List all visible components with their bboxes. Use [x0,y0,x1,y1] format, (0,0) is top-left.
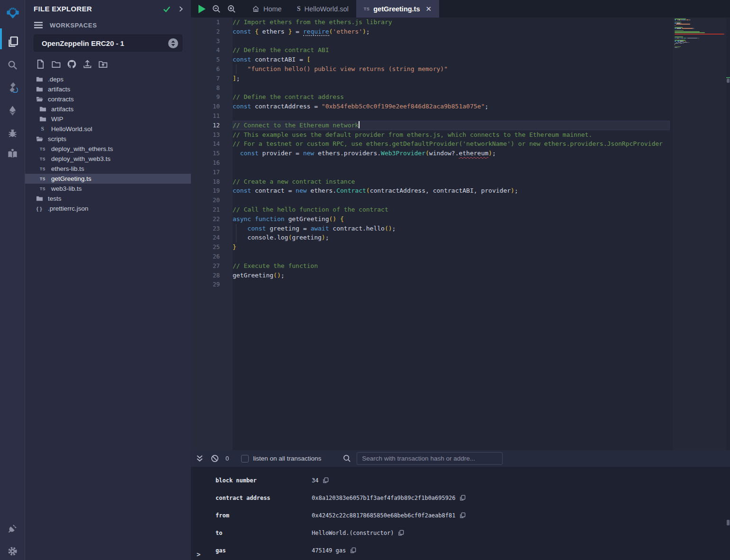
listen-transactions-label: listen on all transactions [253,455,321,462]
code-line-29 [233,280,670,289]
detail-label: contract address [216,495,312,501]
terminal-search-input[interactable] [357,452,503,465]
editor-tab-bar: HomeSHelloWorld.solTSgetGreeting.ts✕ [191,0,730,18]
detail-label: to [216,530,312,536]
file-tree-item-ethers-lib-ts[interactable]: TSethers-lib.ts [25,164,191,174]
code-editor[interactable]: // Import ethers from the ethers.js libr… [233,18,670,450]
cursor-position-marker [726,77,730,78]
remix-logo-icon[interactable] [0,2,25,23]
ts-file-icon: TS [38,187,47,191]
solidity-compiler-icon[interactable] [0,77,25,98]
workspace-selected-value: OpenZeppelin ERC20 - 1 [42,39,168,47]
code-line-5: const contractABI = [ [233,55,670,64]
terminal-scrollbar-thumb[interactable] [727,520,730,525]
code-line-12: // Connect to the Ethereum network [233,121,670,130]
file-tree-item-deploy-with-ethers-ts[interactable]: TSdeploy_with_ethers.ts [25,144,191,154]
tab-helloworld-sol[interactable]: SHelloWorld.sol [289,0,356,18]
workspace-caret-icon [168,38,178,48]
workspaces-label: WORKSPACES [50,22,97,29]
search-icon[interactable] [0,54,25,75]
chevron-right-icon[interactable] [178,6,184,12]
editor-actions [191,0,244,18]
deploy-run-icon[interactable] [0,100,25,121]
debugger-icon[interactable] [0,122,25,143]
close-tab-icon[interactable]: ✕ [426,5,432,13]
line-number: 28 [191,271,233,280]
terminal-prompt[interactable]: > [197,551,200,558]
code-line-25: } [233,242,670,252]
code-line-3 [233,36,670,46]
editor-overview-ruler [726,18,730,450]
line-number: 27 [191,261,233,271]
file-tree-item-artifacts[interactable]: artifacts [25,84,191,94]
plugin-manager-icon[interactable] [0,518,25,539]
file-tree-item-getgreeting-ts[interactable]: TSgetGreeting.ts [25,174,191,184]
workspaces-menu-icon[interactable] [34,21,43,29]
run-script-button[interactable] [198,5,206,13]
copy-icon[interactable] [323,477,329,483]
minimap-line [675,47,679,48]
file-tree-item-contracts[interactable]: contracts [25,94,191,104]
file-tree-item-scripts[interactable]: scripts [25,134,191,144]
line-number: 11 [191,111,233,121]
file-explorer-panel: FILE EXPLORER WORKSPACES OpenZeppelin ER… [25,0,191,560]
file-tree-item--deps[interactable]: .deps [25,74,191,84]
line-number: 18 [191,177,233,187]
copy-icon[interactable] [398,530,404,536]
new-file-icon[interactable] [35,58,46,70]
detail-value: 34 [312,477,318,484]
zoom-in-icon[interactable] [227,5,236,13]
file-tree-item-artifacts[interactable]: artifacts [25,104,191,114]
minimap-line [675,19,690,20]
file-tree-item-wip[interactable]: WIP [25,114,191,124]
check-icon[interactable] [162,5,171,13]
github-icon[interactable] [66,58,77,70]
zoom-out-icon[interactable] [212,5,221,13]
expand-terminal-icon[interactable] [196,454,204,462]
copy-icon[interactable] [350,547,356,553]
editor-scrollbar-thumb[interactable] [727,79,730,83]
clear-console-icon[interactable] [211,454,219,462]
transaction-detail-row: block number34 [216,471,730,489]
copy-icon[interactable] [460,495,466,501]
detail-value: 0x42452c22c88178685850e68beb6cf0f2aeab8f… [312,512,455,519]
ts-file-icon: TS [38,177,47,181]
file-tree-item-web3-lib-ts[interactable]: TSweb3-lib.ts [25,184,191,194]
file-tree-item-tests[interactable]: tests [25,194,191,204]
new-folder-icon[interactable] [50,58,62,70]
terminal-toolbar: 0 listen on all transactions [191,450,730,467]
load-folder-icon[interactable] [97,58,108,70]
file-tree-item-helloworld-sol[interactable]: SHelloWorld.sol [25,124,191,134]
folder-icon [38,106,47,113]
line-number: 15 [191,149,233,158]
detail-value: 0x8a120383e6057b1f3aef4fa9b89c2f1b0a6959… [312,495,455,501]
minimap-line [675,24,690,25]
minimap-line [675,38,699,39]
code-line-4: // Define the contract ABI [233,45,670,55]
code-line-9: // Define the contract address [233,92,670,102]
workspace-select[interactable]: OpenZeppelin ERC20 - 1 [34,35,182,52]
code-line-26 [233,252,670,261]
settings-icon[interactable] [0,541,25,560]
code-line-16 [233,158,670,168]
terminal-output: block number34contract address0x8a120383… [191,467,730,559]
copy-icon[interactable] [460,512,466,518]
code-line-11 [233,111,670,121]
learneth-icon[interactable] [0,143,25,164]
file-explorer-toolbar [25,52,191,72]
minimap-line [675,25,676,26]
code-line-1: // Import ethers from the ethers.js libr… [233,18,670,27]
line-number: 17 [191,168,233,177]
upload-file-icon[interactable] [81,58,93,70]
file-explorer-header: FILE EXPLORER [25,0,191,18]
code-line-21: // Call the hello function of the contra… [233,205,670,214]
listen-transactions-checkbox[interactable] [241,455,249,462]
tab-home[interactable]: Home [244,0,289,18]
file-tree-item--prettierrc-json[interactable]: { }.prettierrc.json [25,204,191,213]
tab-getgreeting-ts[interactable]: TSgetGreeting.ts✕ [356,0,439,18]
detail-label: gas [216,547,312,554]
file-explorer-icon[interactable] [0,31,25,52]
minimap[interactable] [673,18,726,450]
file-tree-item-deploy-with-web3-ts[interactable]: TSdeploy_with_web3.ts [25,154,191,164]
code-line-14: // For a testnet or custom RPC, use ethe… [233,139,670,149]
